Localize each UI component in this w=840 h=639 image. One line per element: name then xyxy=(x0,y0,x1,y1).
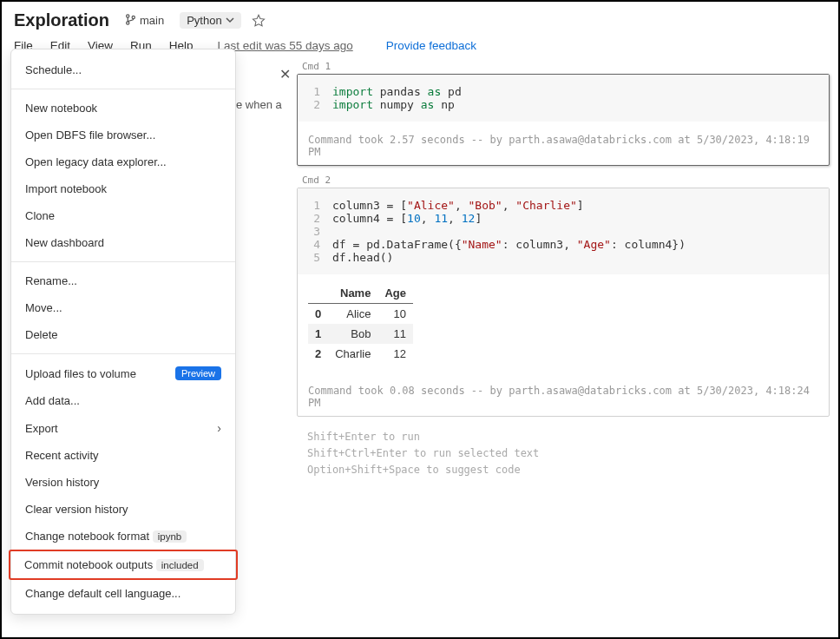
cell-1-code[interactable]: 1import pandas as pd 2import numpy as np xyxy=(298,75,829,122)
menu-item-label: Change default cell language... xyxy=(25,587,180,600)
menu-item-label: Open DBFS file browser... xyxy=(25,128,155,142)
menu-commit-outputs[interactable]: Commit notebook outputs included xyxy=(10,551,236,578)
menu-item-label: Clone xyxy=(25,209,55,222)
menu-schedule[interactable]: Schedule... xyxy=(11,56,235,83)
notebook-main: Cmd 1 1import pandas as pd 2import numpy… xyxy=(297,59,838,634)
keyboard-hints: Shift+Enter to run Shift+Ctrl+Enter to r… xyxy=(297,424,830,484)
cell-2-status: Command took 0.08 seconds -- by parth.as… xyxy=(298,372,829,416)
menu-item-label: Change notebook format xyxy=(25,530,149,543)
cmd2-label: Cmd 2 xyxy=(297,173,830,188)
menu-item-label: Export xyxy=(25,422,58,435)
menu-recent-activity[interactable]: Recent activity xyxy=(11,442,235,469)
col-age: Age xyxy=(377,283,413,304)
branch-icon xyxy=(125,14,136,28)
branch-name: main xyxy=(140,14,164,27)
menu-open-dbfs[interactable]: Open DBFS file browser... xyxy=(11,122,235,148)
menu-item-label: Add data... xyxy=(25,394,80,407)
svg-point-0 xyxy=(127,14,129,16)
close-icon[interactable]: ✕ xyxy=(279,66,291,82)
menu-export[interactable]: Export › xyxy=(11,414,235,442)
line-number: 4 xyxy=(298,238,332,251)
menu-change-format[interactable]: Change notebook format ipynb xyxy=(11,523,235,550)
commit-outputs-highlight: Commit notebook outputs included xyxy=(9,550,238,580)
cell-1-status: Command took 2.57 seconds -- by parth.as… xyxy=(298,122,829,165)
line-number: 2 xyxy=(298,212,332,225)
menu-separator xyxy=(11,353,235,354)
menu-separator xyxy=(11,89,235,89)
cell-2-code[interactable]: 1column3 = ["Alice", "Bob", "Charlie"] 2… xyxy=(298,188,829,274)
menu-schedule-label: Schedule... xyxy=(25,63,82,76)
cell-2[interactable]: 1column3 = ["Alice", "Bob", "Charlie"] 2… xyxy=(297,188,830,417)
hint-line: Shift+Enter to run xyxy=(307,429,819,445)
menu-item-label: Move... xyxy=(25,301,62,314)
menu-add-data[interactable]: Add data... xyxy=(11,387,235,414)
line-number: 2 xyxy=(298,98,332,111)
menu-item-label: Open legacy data explorer... xyxy=(25,155,167,168)
col-name: Name xyxy=(328,283,377,304)
menu-item-label: Delete xyxy=(25,328,58,341)
preview-badge: Preview xyxy=(175,366,221,380)
cmd1-label: Cmd 1 xyxy=(297,59,830,74)
menu-open-legacy[interactable]: Open legacy data explorer... xyxy=(11,148,235,175)
background-fragment: e when a xyxy=(236,98,282,111)
dataframe-table: NameAge 0Alice10 1Bob11 2Charlie12 xyxy=(308,283,413,364)
menu-delete[interactable]: Delete xyxy=(11,321,235,348)
hint-line: Shift+Ctrl+Enter to run selected text xyxy=(307,445,819,462)
line-number: 1 xyxy=(298,199,332,212)
table-row: 1Bob11 xyxy=(308,324,413,344)
menu-move[interactable]: Move... xyxy=(11,294,235,321)
menu-item-label: New dashboard xyxy=(25,236,104,249)
chevron-right-icon: › xyxy=(217,421,221,435)
table-row: 2Charlie12 xyxy=(308,344,413,364)
menu-clear-version[interactable]: Clear version history xyxy=(11,496,235,523)
menu-rename[interactable]: Rename... xyxy=(11,267,235,294)
language-selector[interactable]: Python xyxy=(180,12,240,29)
menu-clone[interactable]: Clone xyxy=(11,202,235,229)
menu-new-notebook[interactable]: New notebook xyxy=(11,95,235,122)
menu-item-label: Clear version history xyxy=(25,503,128,516)
svg-point-2 xyxy=(132,16,135,18)
provide-feedback-link[interactable]: Provide feedback xyxy=(386,39,476,52)
menu-new-dashboard[interactable]: New dashboard xyxy=(11,229,235,256)
menu-item-label: Import notebook xyxy=(25,182,107,195)
format-badge: ipynb xyxy=(153,530,187,543)
table-row: 0Alice10 xyxy=(308,304,413,325)
menu-change-lang[interactable]: Change default cell language... xyxy=(11,580,235,607)
menu-version-history[interactable]: Version history xyxy=(11,469,235,496)
menu-item-label: Rename... xyxy=(25,274,77,287)
dataframe-output: NameAge 0Alice10 1Bob11 2Charlie12 xyxy=(298,274,829,372)
menu-item-label: New notebook xyxy=(25,102,97,115)
menu-separator xyxy=(11,261,235,262)
file-menu-dropdown: Schedule... New notebook Open DBFS file … xyxy=(10,49,236,615)
line-number: 5 xyxy=(298,251,332,264)
menu-item-label: Version history xyxy=(25,476,99,489)
menu-import-notebook[interactable]: Import notebook xyxy=(11,175,235,202)
included-badge: included xyxy=(156,559,204,571)
menu-item-label: Upload files to volume xyxy=(25,367,136,380)
line-number: 3 xyxy=(298,225,332,238)
chevron-down-icon xyxy=(226,14,234,27)
menu-upload-volume[interactable]: Upload files to volume Preview xyxy=(11,359,235,387)
notebook-title: Exploration xyxy=(14,10,109,30)
language-label: Python xyxy=(187,14,221,27)
svg-point-1 xyxy=(127,21,129,23)
line-number: 1 xyxy=(298,85,332,98)
last-edit-info[interactable]: Last edit was 55 days ago xyxy=(218,39,353,52)
header: Exploration main Python xyxy=(2,2,838,34)
menu-item-label: Recent activity xyxy=(25,449,99,462)
hint-line: Option+Shift+Space to suggest code xyxy=(307,462,819,478)
menu-item-label: Commit notebook outputs xyxy=(24,558,153,571)
branch-selector[interactable]: main xyxy=(120,12,169,30)
cell-1[interactable]: 1import pandas as pd 2import numpy as np… xyxy=(297,74,830,166)
left-column: ✕ e when a Schedule... New notebook Open… xyxy=(2,59,297,634)
star-icon[interactable] xyxy=(252,14,266,28)
